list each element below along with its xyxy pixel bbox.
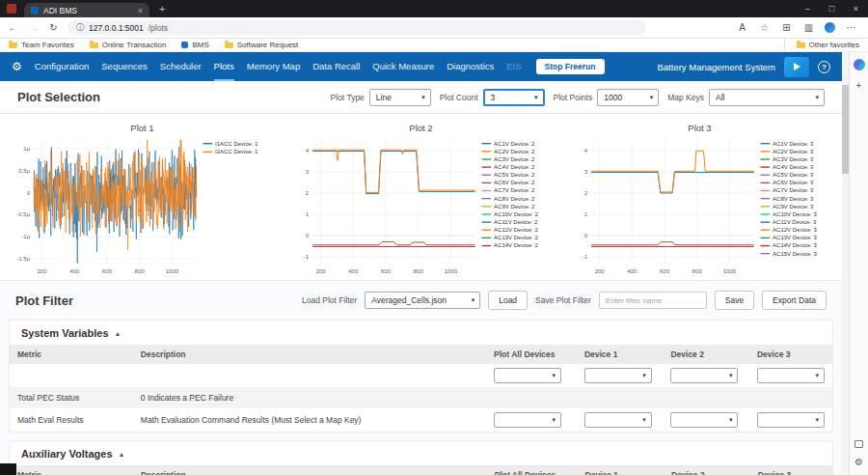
other-favorites[interactable]: Other favorites [784, 39, 859, 51]
metric-cell: Total PEC Status [10, 387, 133, 408]
svg-text:1µ: 1µ [23, 145, 30, 152]
nav-item-memory-map[interactable]: Memory Map [247, 52, 300, 81]
browser-titlebar: ADI BMS × + – □ × [0, 0, 868, 17]
favorite-item[interactable]: Online Transaction [90, 41, 167, 49]
svg-text:800: 800 [414, 267, 424, 274]
svg-text:AC1V Device: 2: AC1V Device: 2 [494, 141, 535, 147]
play-icon [794, 63, 800, 70]
read-aloud-icon[interactable]: A [736, 22, 748, 33]
device-1-select[interactable]: ▾ [584, 412, 652, 428]
help-icon[interactable]: ? [818, 61, 830, 73]
svg-text:600: 600 [381, 267, 392, 274]
load-filter-label: Load Plot Filter [302, 295, 357, 305]
svg-text:AC5V Device: 2: AC5V Device: 2 [494, 172, 535, 178]
favorite-item[interactable]: BMS [181, 41, 208, 49]
plot-chart[interactable]: 200400600800100043210-1AC1V Device: 3AC2… [563, 134, 836, 278]
plot-points-select[interactable]: 1000 ▾ [597, 89, 659, 106]
svg-text:AC11V Device: 2: AC11V Device: 2 [494, 219, 538, 225]
plot-title: Plot 3 [563, 123, 836, 133]
svg-text:AC10V Device: 3: AC10V Device: 3 [773, 211, 817, 217]
export-data-button[interactable]: Export Data [762, 291, 827, 310]
device-3-select[interactable]: ▾ [757, 412, 825, 428]
plot-type-select[interactable]: Line ▾ [369, 89, 431, 106]
section-header-auxiliary-voltages[interactable]: Auxiliary Voltages ▲ [10, 441, 832, 465]
svg-text:600: 600 [102, 267, 113, 274]
plot-all-devices-select[interactable]: ▾ [494, 368, 561, 383]
profile-avatar[interactable] [825, 22, 835, 33]
tab-close-icon[interactable]: × [138, 6, 143, 15]
page-info-icon[interactable]: ⓘ [76, 22, 84, 33]
map-keys-label: Map Keys [667, 93, 704, 102]
copilot-icon[interactable] [854, 59, 865, 70]
sidebar-add-icon[interactable]: + [856, 81, 862, 91]
minimize-button[interactable]: – [796, 0, 820, 17]
device-3-select[interactable]: ▾ [757, 368, 825, 383]
col-device-2: Device 2 [664, 465, 750, 475]
nav-item-plots[interactable]: Plots [214, 52, 234, 81]
col-description: Description [133, 345, 486, 364]
plot-filter-title: Plot Filter [15, 293, 73, 308]
svg-text:-0.5µ: -0.5µ [16, 210, 31, 217]
plot-count-select[interactable]: 3 ▾ [483, 89, 545, 106]
plot-chart[interactable]: 200400600800100043210-1AC1V Device: 2AC2… [285, 134, 557, 278]
page-title: Plot Selection [17, 90, 100, 104]
svg-text:AC13V Device: 3: AC13V Device: 3 [773, 235, 817, 240]
nav-item-data-recall[interactable]: Data Recall [312, 52, 360, 81]
back-icon[interactable]: ← [7, 22, 19, 33]
svg-text:AC7V Device: 3: AC7V Device: 3 [773, 187, 814, 193]
close-button[interactable]: × [844, 0, 868, 17]
window-app-icon [7, 4, 16, 14]
settings-gear-icon[interactable]: ⚙ [12, 60, 22, 73]
collections-icon[interactable]: ⊞ [780, 22, 793, 33]
plot-all-devices-select[interactable]: ▾ [494, 412, 561, 428]
load-button[interactable]: Load [488, 291, 528, 310]
forward-icon[interactable]: → [27, 22, 40, 33]
edge-sidebar: + ⚙ [849, 52, 868, 475]
svg-text:800: 800 [692, 267, 703, 274]
save-button[interactable]: Save [715, 291, 754, 310]
nav-item-configuration[interactable]: Configuration [35, 52, 90, 81]
nav-item-scheduler[interactable]: Scheduler [160, 52, 202, 81]
nav-item-quick-measure[interactable]: Quick Measure [372, 52, 434, 81]
filter-name-input[interactable] [599, 292, 707, 309]
section-header-system-variables[interactable]: System Variables ▲ [10, 321, 832, 345]
plot-title: Plot 1 [6, 123, 279, 133]
refresh-icon[interactable]: ↻ [47, 22, 60, 33]
sidebar-settings-gear-icon[interactable]: ⚙ [854, 458, 863, 467]
nav-item-diagnostics[interactable]: Diagnostics [447, 52, 494, 81]
svg-text:3: 3 [584, 168, 588, 175]
run-play-button[interactable] [784, 57, 809, 77]
app-nav-bar: ⚙ Configuration Sequences Scheduler Plot… [0, 52, 842, 81]
browser-tab[interactable]: ADI BMS × [24, 3, 149, 17]
section-title: System Variables [21, 327, 109, 339]
page-scrollbar[interactable] [842, 52, 849, 475]
chevron-down-icon: ▾ [472, 296, 475, 304]
new-tab-button[interactable]: + [159, 3, 165, 14]
collapse-icon: ▲ [115, 330, 122, 337]
svg-text:AC9V Device: 3: AC9V Device: 3 [773, 204, 814, 210]
address-bar[interactable]: ⓘ 127.0.0.1:5001/plots [68, 20, 646, 35]
plot-type-label: Plot Type [331, 93, 365, 102]
svg-text:AC10V Device: 2: AC10V Device: 2 [494, 211, 538, 217]
load-filter-select[interactable]: Averaged_Cells.json ▾ [365, 292, 480, 309]
scrollbar-thumb[interactable] [842, 85, 849, 174]
maximize-button[interactable]: □ [820, 0, 844, 17]
favorite-item[interactable]: Team Favorites [9, 41, 74, 49]
favorite-item[interactable]: Software Request [225, 41, 299, 49]
svg-text:AC6V Device: 2: AC6V Device: 2 [494, 180, 535, 185]
screenshot-icon[interactable] [854, 440, 863, 448]
plot-card-2: Plot 2 200400600800100043210-1AC1V Devic… [285, 123, 557, 278]
stop-freerun-button[interactable]: Stop Freerun [536, 59, 605, 74]
plot-chart[interactable]: 20040060080010001µ0.5µ0-0.5µ-1µ-1.5µI1AC… [6, 134, 279, 278]
chevron-down-icon: ▾ [729, 416, 733, 424]
map-keys-select[interactable]: All ▾ [709, 89, 825, 106]
more-menu-icon[interactable]: ⋯ [845, 22, 857, 33]
nav-item-sequences[interactable]: Sequences [101, 52, 148, 81]
col-metric: Metric [10, 345, 133, 364]
device-2-select[interactable]: ▾ [670, 368, 738, 383]
device-1-select[interactable]: ▾ [584, 368, 652, 383]
split-screen-icon[interactable]: ▥ [802, 22, 815, 33]
chevron-down-icon: ▾ [553, 372, 556, 379]
favorite-star-icon[interactable]: ☆ [758, 22, 771, 33]
device-2-select[interactable]: ▾ [670, 412, 738, 428]
